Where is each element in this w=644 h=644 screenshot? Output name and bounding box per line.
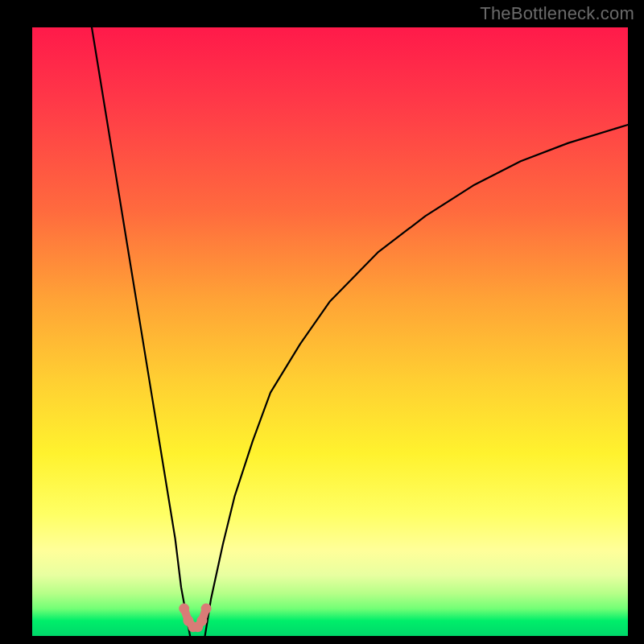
marker-dot	[201, 604, 212, 614]
watermark-text: TheBottleneck.com	[480, 3, 634, 24]
plot-area	[32, 27, 628, 636]
chart-frame: TheBottleneck.com	[0, 0, 644, 644]
marker-dot	[179, 604, 189, 614]
curve-left-branch	[92, 27, 190, 636]
curve-right-branch	[205, 125, 628, 636]
chart-svg	[32, 27, 628, 636]
marker-dot	[196, 616, 207, 626]
